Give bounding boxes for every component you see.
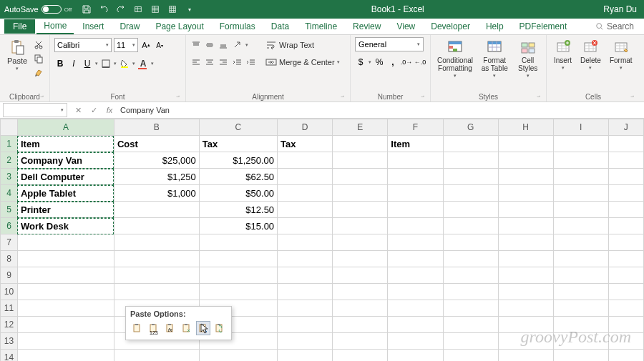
comma-format-icon[interactable]: , bbox=[387, 56, 399, 68]
fx-icon[interactable]: fx bbox=[102, 106, 117, 114]
cell[interactable] bbox=[498, 284, 553, 300]
percent-format-icon[interactable]: % bbox=[374, 56, 385, 68]
col-header[interactable]: F bbox=[388, 119, 443, 136]
cell[interactable] bbox=[199, 284, 277, 300]
cell[interactable] bbox=[553, 284, 608, 300]
cell[interactable] bbox=[443, 234, 498, 251]
cell[interactable] bbox=[553, 185, 608, 202]
chevron-down-icon[interactable]: ▾ bbox=[151, 61, 154, 66]
qat-icon-2[interactable] bbox=[150, 4, 160, 14]
cell[interactable] bbox=[333, 202, 388, 218]
chevron-down-icon[interactable]: ▾ bbox=[132, 61, 135, 66]
cell[interactable] bbox=[278, 300, 333, 317]
fill-color-icon[interactable] bbox=[119, 58, 130, 69]
row-header[interactable]: 3 bbox=[1, 169, 18, 185]
cell[interactable] bbox=[17, 333, 114, 350]
cell[interactable] bbox=[333, 317, 388, 333]
row-header[interactable]: 9 bbox=[1, 267, 18, 284]
cell[interactable] bbox=[443, 350, 498, 362]
col-header[interactable]: H bbox=[498, 119, 553, 136]
cell[interactable] bbox=[553, 169, 608, 185]
format-cells-button[interactable]: Format▾ bbox=[607, 37, 635, 72]
cell[interactable] bbox=[278, 169, 333, 185]
cell[interactable] bbox=[333, 136, 388, 152]
tab-timeline[interactable]: Timeline bbox=[298, 19, 344, 34]
cell[interactable] bbox=[443, 317, 498, 333]
align-right-icon[interactable] bbox=[218, 56, 229, 68]
align-left-icon[interactable] bbox=[190, 56, 202, 68]
row-header[interactable]: 5 bbox=[1, 202, 18, 218]
row-header[interactable]: 7 bbox=[1, 234, 18, 251]
format-painter-icon[interactable] bbox=[33, 67, 44, 79]
cell[interactable] bbox=[333, 185, 388, 202]
tab-draw[interactable]: Draw bbox=[112, 19, 147, 34]
orientation-icon[interactable] bbox=[232, 39, 243, 51]
conditional-formatting-button[interactable]: Conditional Formatting▾ bbox=[435, 37, 475, 80]
cell[interactable] bbox=[553, 251, 608, 267]
cell[interactable] bbox=[608, 152, 644, 169]
tab-page-layout[interactable]: Page Layout bbox=[148, 19, 210, 34]
cell[interactable] bbox=[333, 169, 388, 185]
cell[interactable] bbox=[388, 202, 443, 218]
col-header[interactable]: D bbox=[278, 119, 333, 136]
row-header[interactable]: 14 bbox=[1, 350, 18, 362]
cell[interactable] bbox=[388, 234, 443, 251]
cell[interactable] bbox=[114, 218, 199, 234]
cell[interactable] bbox=[388, 251, 443, 267]
insert-cells-button[interactable]: Insert▾ bbox=[551, 37, 575, 72]
cell[interactable] bbox=[278, 251, 333, 267]
cell[interactable] bbox=[17, 300, 114, 317]
col-header[interactable]: B bbox=[114, 119, 199, 136]
cell[interactable] bbox=[608, 350, 644, 362]
cell[interactable] bbox=[608, 300, 644, 317]
cell[interactable] bbox=[443, 300, 498, 317]
copy-icon[interactable] bbox=[33, 53, 44, 64]
formula-input[interactable]: Company Van bbox=[117, 106, 644, 114]
row-header[interactable]: 8 bbox=[1, 251, 18, 267]
qat-dropdown-icon[interactable]: ▾ bbox=[185, 4, 195, 14]
row-header[interactable]: 2 bbox=[1, 152, 18, 169]
cell[interactable] bbox=[333, 218, 388, 234]
cell[interactable] bbox=[388, 218, 443, 234]
paste-option-link[interactable] bbox=[213, 321, 227, 335]
row-header[interactable]: 6 bbox=[1, 218, 18, 234]
row-header[interactable]: 4 bbox=[1, 185, 18, 202]
decrease-indent-icon[interactable] bbox=[232, 56, 243, 68]
cell[interactable] bbox=[443, 202, 498, 218]
italic-button[interactable]: I bbox=[68, 58, 79, 69]
cell[interactable] bbox=[388, 317, 443, 333]
cell[interactable]: $50.00 bbox=[199, 185, 277, 202]
user-name[interactable]: Ryan Du bbox=[600, 4, 640, 14]
cell[interactable] bbox=[498, 234, 553, 251]
cell[interactable] bbox=[388, 185, 443, 202]
paste-button[interactable]: Paste ▾ bbox=[4, 37, 30, 73]
align-middle-icon[interactable] bbox=[204, 39, 215, 51]
cell[interactable] bbox=[608, 267, 644, 284]
autosave-toggle[interactable]: AutoSave Off bbox=[4, 5, 72, 14]
col-header[interactable]: J bbox=[608, 119, 644, 136]
row-header[interactable]: 12 bbox=[1, 317, 18, 333]
cell[interactable]: $62.50 bbox=[199, 169, 277, 185]
cell[interactable] bbox=[278, 317, 333, 333]
paste-option-formatting[interactable] bbox=[196, 321, 210, 335]
cell[interactable]: Cost bbox=[114, 136, 199, 152]
paste-option-paste[interactable] bbox=[130, 321, 145, 335]
cell[interactable] bbox=[114, 234, 199, 251]
cell[interactable] bbox=[553, 202, 608, 218]
cell[interactable] bbox=[333, 350, 388, 362]
paste-option-values[interactable]: 123 bbox=[147, 321, 161, 335]
cell[interactable]: Item bbox=[17, 136, 114, 152]
cell[interactable] bbox=[608, 169, 644, 185]
increase-decimal-icon[interactable]: .0→ bbox=[401, 56, 412, 68]
tab-view[interactable]: View bbox=[389, 19, 422, 34]
cell[interactable] bbox=[114, 251, 199, 267]
font-name-select[interactable]: Calibri▾ bbox=[54, 38, 112, 52]
cell[interactable]: Printer bbox=[17, 202, 114, 218]
cell[interactable]: $1,000 bbox=[114, 185, 199, 202]
underline-button[interactable]: U bbox=[82, 58, 93, 69]
border-icon[interactable] bbox=[100, 58, 112, 69]
wrap-text-button[interactable]: Wrap Text bbox=[264, 37, 341, 53]
cell[interactable] bbox=[553, 234, 608, 251]
chevron-down-icon[interactable]: ▾ bbox=[114, 61, 117, 66]
font-color-icon[interactable]: A bbox=[137, 58, 149, 69]
